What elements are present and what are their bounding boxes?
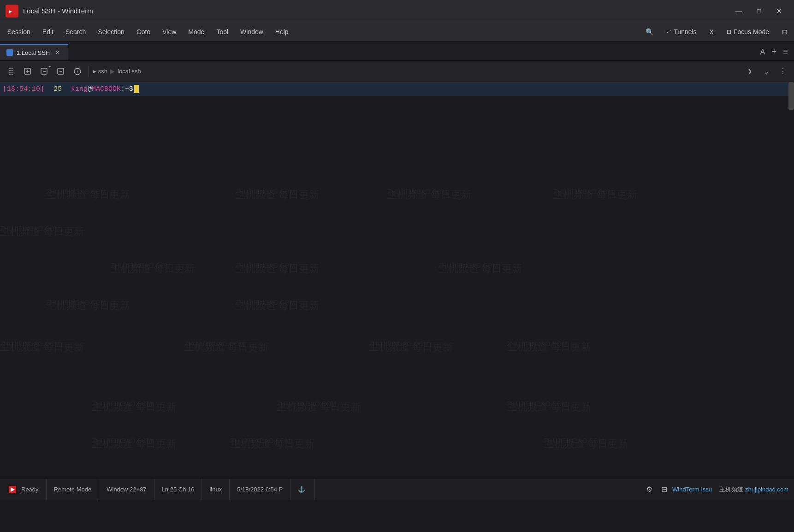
focus-icon: ⊡ [727,29,731,35]
terminal-cursor [134,85,139,93]
timestamp: [18:54:10] [3,85,44,93]
status-bar: Ready Remote Mode Window 22×87 Ln 25 Ch … [0,479,794,500]
window-controls: — □ ✕ [729,4,788,18]
toolbar-separator-1 [89,66,89,77]
app-icon-small [7,485,18,495]
breadcrumb-local-ssh: local ssh [118,68,141,75]
line-number: 25 [53,85,62,93]
toolbar: ⣿ ▾ i ▶ ssh ▶ local ssh ❯ ⌄ ⋮ [0,61,794,82]
close-button[interactable]: ✕ [770,4,788,18]
status-window-size: Window 22×87 [99,479,154,500]
menu-bar: Session Edit Search Selection Goto View … [0,22,794,41]
menu-search[interactable]: Search [60,26,91,37]
tab-bar: 1.Local SSH ✕ A + ≡ [0,41,794,61]
tab-menu-button[interactable]: ≡ [781,47,790,58]
tab-close-button[interactable]: ✕ [53,48,62,57]
svg-text:i: i [77,69,78,74]
terminal-content: [18:54:10] 25 king@MACBOOK:~$ [0,82,794,96]
menu-goto[interactable]: Goto [131,26,156,37]
menu-edit[interactable]: Edit [37,26,59,37]
svg-text:▶: ▶ [9,9,12,14]
prompt-path: :~ [121,85,129,93]
minimize-button[interactable]: — [729,4,748,18]
settings-button[interactable]: ⚙ [643,483,656,496]
toolbar-right: ❯ ⌄ ⋮ [742,64,790,79]
menu-mode[interactable]: Mode [183,26,210,37]
toolbar-breadcrumb: ssh ▶ local ssh [98,68,141,75]
maximize-button[interactable]: □ [750,4,768,18]
tunnels-button[interactable]: ⇌ Tunnels [662,26,701,37]
menu-selection[interactable]: Selection [92,26,130,37]
anchor-icon: ⚓ [298,486,305,493]
status-site-label: 主机频道 [719,485,743,494]
terminal-area[interactable]: 主机频道 每日更新ZHUJIPINDAO.COM主机频道 每日更新ZHUJIPI… [0,82,794,479]
status-remote-mode: Remote Mode [47,479,100,500]
menu-window[interactable]: Window [235,26,269,37]
search-icon: 🔍 [646,28,653,35]
breadcrumb-arrow: ▶ [110,68,115,75]
status-site-url[interactable]: zhujipindao.com [745,486,788,493]
tunnels-icon: ⇌ [666,28,671,35]
prompt-user: king [71,85,88,93]
expand-button[interactable]: ❯ [742,64,757,79]
tab-add-button[interactable]: A [758,47,768,58]
scrollbar-thumb[interactable] [788,82,794,110]
info-button[interactable]: i [70,64,85,79]
toolbar-btn2[interactable]: ▾ [37,64,52,79]
watermark-layer: 主机频道 每日更新ZHUJIPINDAO.COM主机频道 每日更新ZHUJIPI… [0,82,794,479]
menu-right: 🔍 ⇌ Tunnels X ⊡ Focus Mode ⊟ [641,26,792,37]
toolbar-btn3[interactable] [53,64,68,79]
terminal-active-line: [18:54:10] 25 king@MACBOOK:~$ [0,82,794,96]
app-icon: ▶ [6,5,18,18]
breadcrumb-ssh: ssh [98,68,107,75]
prompt-at: @ [88,85,92,93]
tunnels-label: Tunnels [674,28,696,35]
tab-bar-right: A + ≡ [754,44,794,60]
status-issue-icon: ⚓ [290,479,315,500]
new-tab-button[interactable] [20,64,35,79]
menu-view[interactable]: View [157,26,182,37]
status-position: Ln 25 Ch 16 [154,479,202,500]
x-button[interactable]: X [705,26,718,37]
focus-label: Focus Mode [734,28,769,35]
prompt-dollar: $ [129,85,133,93]
tab-icon [6,49,13,56]
tab-label: 1.Local SSH [17,49,50,56]
status-ready: Ready [6,479,47,500]
search-button[interactable]: 🔍 [641,26,658,37]
tab-new-button[interactable]: + [769,47,779,58]
scrollbar[interactable] [788,82,794,479]
focus-mode-button[interactable]: ⊡ Focus Mode [722,26,774,37]
windterm-issue-link[interactable]: WindTerm Issu [672,486,712,493]
status-os: linux [202,479,230,500]
menu-session[interactable]: Session [2,26,36,37]
title-bar: ▶ Local SSH - WindTerm — □ ✕ [0,0,794,22]
more-button[interactable]: ⋮ [776,64,790,79]
breadcrumb-play-icon: ▶ [93,68,96,75]
menu-tool[interactable]: Tool [211,26,234,37]
menu-help[interactable]: Help [270,26,294,37]
status-right: ⚙ ⊟ WindTerm Issu 主机频道 zhujipindao.com [637,483,788,496]
app-title: Local SSH - WindTerm [23,7,729,15]
layout-button[interactable]: ⊟ [777,26,792,37]
layout-status-button[interactable]: ⊟ [658,483,670,496]
toolbar-grid-icon: ⣿ [4,64,18,79]
prompt-host: MACBOOK [92,85,121,93]
status-datetime: 5/18/2022 6:54 P [230,479,290,500]
chevron-down-button[interactable]: ⌄ [759,64,774,79]
tab-local-ssh[interactable]: 1.Local SSH ✕ [0,44,68,60]
